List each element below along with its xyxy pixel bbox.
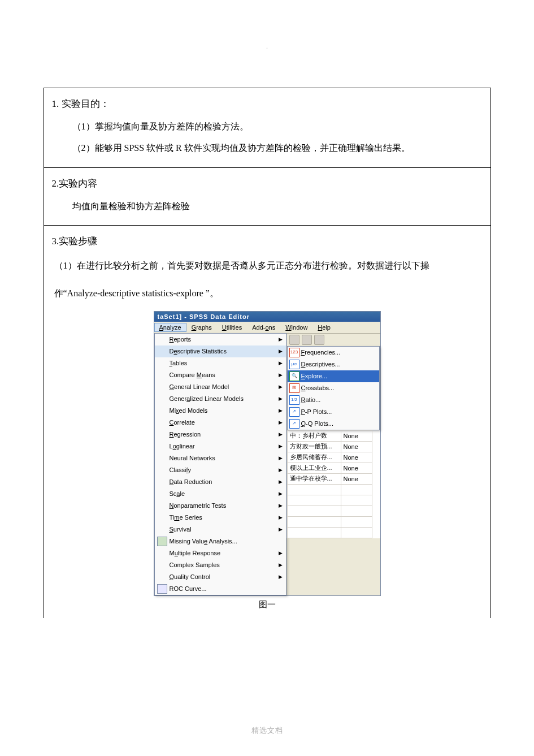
menu-item-label: Data Reduction [170, 478, 212, 485]
menu-item-loglinear[interactable]: Loglinear▶ [155, 440, 286, 452]
submenu-item-label: Crosstabs... [301, 385, 335, 391]
heading-2: 2.实验内容 [52, 177, 483, 190]
table-row[interactable]: 中：乡村户数None [287, 430, 372, 441]
spss-data-grid: 中：乡村户数None方财政一般预...None乡居民储蓄存...None模以上工… [287, 430, 372, 538]
menu-utilities[interactable]: Utilities [217, 323, 247, 332]
section-steps: 3.实验步骤 （1）在进行比较分析之前，首先要对数据是否遵从多元正态分布进行检验… [44, 226, 490, 618]
toolbar-icon-2[interactable] [302, 335, 312, 345]
table-row [287, 506, 372, 516]
toolbar-icon-3[interactable] [314, 335, 324, 345]
spss-menu-bar: AnalyzeGraphsUtilitiesAdd-onsWindowHelp [154, 322, 380, 334]
submenu-arrow-icon: ▶ [279, 372, 283, 378]
document-frame: 1. 实验目的： （1）掌握均值向量及协方差阵的检验方法。 （2）能够用 SPS… [44, 88, 491, 618]
page-footer: 精选文档 [0, 725, 534, 736]
submenu-item-label: Ratio... [301, 396, 321, 403]
submenu-item-explore[interactable]: 🔍Explore... [288, 370, 379, 382]
menu-item-time-series[interactable]: Time Series▶ [155, 512, 286, 524]
submenu-icon: ↗ [289, 407, 299, 417]
menu-item-classify[interactable]: Classify▶ [155, 464, 286, 476]
menu-window[interactable]: Window [280, 323, 312, 332]
heading-1: 1. 实验目的： [52, 97, 483, 110]
submenu-arrow-icon: ▶ [279, 420, 283, 425]
menu-item-label: ROC Curve... [170, 585, 207, 592]
menu-item-label: Descriptive Statistics [170, 348, 227, 355]
submenu-item-q-q-plots[interactable]: ↗Q-Q Plots... [288, 418, 379, 430]
grid-cell-value: None [341, 452, 372, 463]
menu-item-nonparametric-tests[interactable]: Nonparametric Tests▶ [155, 500, 286, 512]
grid-cell-value: None [341, 473, 372, 484]
mva-icon [157, 537, 167, 546]
submenu-item-ratio[interactable]: 1/2Ratio... [288, 394, 379, 406]
submenu-icon: 123 [289, 348, 299, 357]
menu-analyze[interactable]: Analyze [154, 323, 186, 332]
menu-item-missing-value-analysis[interactable]: Missing Value Analysis... [155, 535, 286, 547]
submenu-icon: μσ [289, 360, 299, 369]
menu-item-label: Neural Networks [170, 455, 215, 461]
section-content: 2.实验内容 均值向量检验和协方差阵检验 [44, 168, 490, 226]
submenu-arrow-icon: ▶ [279, 562, 283, 568]
menu-item-scale[interactable]: Scale▶ [155, 488, 286, 500]
page-header-dot: . [0, 42, 534, 51]
submenu-item-label: Frequencies... [301, 349, 341, 356]
submenu-arrow-icon: ▶ [279, 479, 283, 485]
submenu-arrow-icon: ▶ [279, 455, 283, 461]
grid-cell-value: None [341, 430, 372, 441]
menu-item-quality-control[interactable]: Quality Control▶ [155, 571, 286, 583]
submenu-item-descriptives[interactable]: μσDescriptives... [288, 358, 379, 370]
step-1-line-a: （1）在进行比较分析之前，首先要对数据是否遵从多元正态分布进行检验。对数据进行以… [54, 253, 483, 279]
menu-item-label: Time Series [170, 514, 202, 521]
menu-help[interactable]: Help [312, 323, 336, 332]
menu-item-label: Complex Samples [170, 561, 220, 568]
menu-item-correlate[interactable]: Correlate▶ [155, 417, 286, 429]
step-1-line-b: 作“Analyze-descriptive statistics-explore… [54, 281, 483, 306]
menu-item-survival[interactable]: Survival▶ [155, 524, 286, 535]
menu-add-ons[interactable]: Add-ons [247, 323, 280, 332]
submenu-arrow-icon: ▶ [279, 336, 283, 342]
menu-item-label: Generalized Linear Models [170, 395, 244, 402]
menu-item-multiple-response[interactable]: Multiple Response▶ [155, 547, 286, 559]
menu-item-reports[interactable]: Reports▶ [155, 334, 286, 345]
submenu-item-frequencies[interactable]: 123Frequencies... [288, 347, 379, 358]
menu-item-roc-curve[interactable]: ROC Curve... [155, 583, 286, 595]
submenu-arrow-icon: ▶ [279, 431, 283, 437]
menu-item-complex-samples[interactable]: Complex Samples▶ [155, 559, 286, 571]
menu-item-generalized-linear-models[interactable]: Generalized Linear Models▶ [155, 393, 286, 405]
submenu-item-p-p-plots[interactable]: ↗P-P Plots... [288, 406, 379, 418]
submenu-icon: ⊞ [289, 383, 299, 393]
grid-cell-label: 乡居民储蓄存... [287, 452, 341, 463]
menu-item-neural-networks[interactable]: Neural Networks▶ [155, 452, 286, 464]
menu-item-label: Classify [170, 466, 192, 473]
table-row[interactable]: 方财政一般预...None [287, 441, 372, 452]
submenu-arrow-icon: ▶ [279, 408, 283, 413]
menu-graphs[interactable]: Graphs [186, 323, 217, 332]
menu-item-descriptive-statistics[interactable]: Descriptive Statistics▶ [155, 345, 286, 357]
analyze-dropdown: Reports▶Descriptive Statistics▶Tables▶Co… [154, 333, 286, 595]
menu-item-label: Compare Means [170, 371, 215, 378]
grid-cell-label: 方财政一般预... [287, 441, 341, 452]
menu-item-data-reduction[interactable]: Data Reduction▶ [155, 476, 286, 488]
heading-3: 3.实验步骤 [52, 235, 483, 248]
menu-item-compare-means[interactable]: Compare Means▶ [155, 369, 286, 381]
menu-item-tables[interactable]: Tables▶ [155, 357, 286, 369]
menu-item-regression[interactable]: Regression▶ [155, 429, 286, 440]
submenu-arrow-icon: ▶ [279, 503, 283, 508]
submenu-arrow-icon: ▶ [279, 360, 283, 366]
submenu-item-label: Explore... [301, 373, 327, 379]
table-row[interactable]: 模以上工业企...None [287, 463, 372, 473]
table-row[interactable]: 乡居民储蓄存...None [287, 452, 372, 463]
spss-title-bar: taSet1] - SPSS Data Editor [154, 312, 380, 322]
menu-item-mixed-models[interactable]: Mixed Models▶ [155, 405, 286, 417]
spss-right-pane: 123Frequencies...μσDescriptives...🔍Explo… [286, 334, 380, 538]
table-row [287, 516, 372, 527]
grid-cell-value: None [341, 441, 372, 452]
submenu-icon: ↗ [289, 419, 299, 429]
submenu-arrow-icon: ▶ [279, 526, 283, 532]
submenu-item-crosstabs[interactable]: ⊞Crosstabs... [288, 382, 379, 394]
menu-item-label: Mixed Models [170, 407, 208, 414]
submenu-arrow-icon: ▶ [279, 348, 283, 354]
menu-item-general-linear-model[interactable]: General Linear Model▶ [155, 381, 286, 393]
toolbar-icon-1[interactable] [289, 335, 299, 345]
menu-item-label: Multiple Response [170, 550, 221, 556]
submenu-icon: 1/2 [289, 395, 299, 405]
table-row[interactable]: 通中学在校学...None [287, 473, 372, 484]
